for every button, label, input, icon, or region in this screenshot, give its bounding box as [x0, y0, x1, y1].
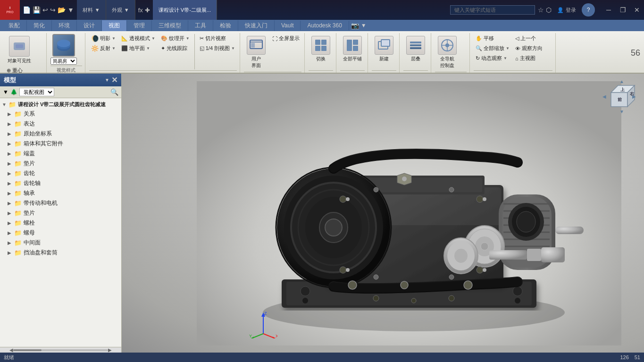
scroll-thumb[interactable]: [13, 349, 42, 351]
expand-gasket2-icon[interactable]: ▶: [8, 210, 14, 216]
expand-bearing-icon[interactable]: ▶: [8, 191, 14, 196]
tab-vault[interactable]: Vault: [275, 21, 301, 30]
texture-dropdown-icon[interactable]: ▼: [186, 36, 190, 41]
quarter-section-btn[interactable]: ◱ 1/4 剖视图 ▼: [198, 44, 237, 53]
restore-button[interactable]: ❐: [616, 3, 630, 17]
expand-expression-icon[interactable]: ▶: [8, 121, 14, 126]
new-window-btn[interactable]: 新建: [372, 34, 396, 64]
switch-btn[interactable]: 切换: [309, 34, 333, 64]
search-icon[interactable]: 🔍: [110, 88, 118, 96]
extra-dropdown[interactable]: ▼: [361, 22, 367, 29]
tree-item-gasket2[interactable]: ▶ 📁 垫片: [0, 208, 121, 218]
doc-tab-material[interactable]: 材料 ▼: [77, 0, 106, 20]
shadow-dropdown-icon[interactable]: ▼: [112, 36, 116, 41]
section-view-btn[interactable]: ✂ 切片视察: [198, 34, 237, 43]
quarter-section-dropdown-icon[interactable]: ▼: [231, 46, 235, 51]
star-icon[interactable]: ☆: [538, 6, 544, 14]
doc-tab-appearance[interactable]: 外观 ▼: [106, 0, 135, 20]
redo-icon[interactable]: ↪: [50, 6, 56, 14]
tab-autodesk360[interactable]: Autodesk 360: [301, 21, 349, 30]
expand-box-icon[interactable]: ▶: [8, 141, 14, 146]
tree-item-belt-motor[interactable]: ▶ 📁 带传动和电机: [0, 198, 121, 208]
add-doc-icon[interactable]: ✚: [145, 7, 150, 14]
tab-assemble[interactable]: 装配: [2, 20, 27, 31]
viewcube[interactable]: 前 上 右 ◀ ▶ ▲ ▼: [602, 78, 639, 116]
tree-item-origin[interactable]: ▶ 📁 原始坐标系: [0, 129, 121, 139]
reflect-dropdown-icon[interactable]: ▼: [112, 46, 116, 51]
sidebar-scrollbar[interactable]: ◀ ▶: [0, 347, 121, 353]
visibility-large-btn[interactable]: 对象可见性: [5, 34, 34, 66]
tab-design[interactable]: 设计: [77, 20, 102, 31]
doc-tab-main[interactable]: 课程设计 V带-二级展...: [153, 0, 217, 20]
expand-relations-icon[interactable]: ▶: [8, 111, 14, 117]
camera-icon[interactable]: 📷: [351, 22, 359, 29]
close-button[interactable]: ✕: [630, 3, 644, 17]
zoom-all-dropdown-icon[interactable]: ▼: [506, 46, 510, 51]
tree-item-box[interactable]: ▶ 📁 箱体和其它附件: [0, 139, 121, 149]
expand-belt-motor-icon[interactable]: ▶: [8, 201, 14, 206]
tab-manage[interactable]: 管理: [127, 20, 152, 31]
pan-btn[interactable]: ✋ 平移: [474, 34, 511, 43]
ground-btn[interactable]: ⬛ 地平面 ▼: [119, 44, 157, 53]
user-area[interactable]: 👤 登录: [554, 7, 579, 14]
login-label[interactable]: 登录: [566, 7, 576, 14]
visual-style-preview[interactable]: [52, 34, 75, 57]
tree-item-oil-seal[interactable]: ▶ 📁 挡油盘和套筒: [0, 248, 121, 258]
home-view-btn[interactable]: ⌂ 主视图: [513, 54, 544, 63]
full-nav-btn[interactable]: 全导航控制盘: [435, 34, 460, 71]
tree-item-nut[interactable]: ▶ 📁 螺母: [0, 228, 121, 238]
fx-icon[interactable]: fx: [138, 7, 143, 14]
raycast-btn[interactable]: ✦ 光线跟踪: [159, 44, 192, 53]
open-icon[interactable]: 📂: [58, 6, 66, 14]
expand-oil-seal-icon[interactable]: ▶: [8, 250, 14, 255]
tree-item-midplane[interactable]: ▶ 📁 中间面: [0, 238, 121, 248]
user-interface-btn[interactable]: 用户界面: [244, 34, 268, 71]
view-mode-select[interactable]: 装配视图: [19, 88, 54, 96]
tree-item-endcap[interactable]: ▶ 📁 端盖: [0, 149, 121, 159]
scroll-right-btn[interactable]: ▶: [108, 347, 112, 353]
layer-btn[interactable]: 层叠: [403, 34, 428, 64]
orbit-dropdown-icon[interactable]: ▼: [503, 56, 507, 60]
minimize-button[interactable]: ─: [602, 3, 616, 17]
tile-all-btn[interactable]: 全部平铺: [340, 34, 365, 64]
perspective-dropdown-icon[interactable]: ▼: [151, 36, 155, 41]
tree-item-bolt[interactable]: ▶ 📁 螺栓: [0, 218, 121, 228]
scroll-left-btn[interactable]: ◀: [9, 347, 13, 353]
filter-icon[interactable]: ▼: [3, 89, 8, 95]
expand-gasket-icon[interactable]: ▶: [8, 161, 14, 166]
orbit-btn[interactable]: ↻ 动态观察 ▼: [474, 54, 511, 63]
tab-environment[interactable]: 环境: [52, 20, 77, 31]
tree-item-root[interactable]: ▼ 📁 课程设计 V带二级展开式圆柱齿轮减速: [0, 100, 121, 109]
visual-style-select[interactable]: 简易房: [50, 58, 77, 65]
save-icon[interactable]: 💾: [33, 6, 41, 14]
expand-bolt-icon[interactable]: ▶: [8, 220, 14, 226]
zoom-all-btn[interactable]: 🔍 全部缩放 ▼: [474, 44, 511, 53]
expand-midplane-icon[interactable]: ▶: [8, 240, 14, 245]
tab-view[interactable]: 视图: [102, 20, 127, 31]
fullscreen-btn[interactable]: ⛶ 全屏显示: [270, 34, 301, 43]
doc-tab-dropdown-icon[interactable]: ▼: [95, 7, 100, 13]
tree-item-gasket[interactable]: ▶ 📁 垫片: [0, 159, 121, 168]
doc-tab-appearance-dropdown-icon[interactable]: ▼: [124, 7, 129, 13]
shadow-btn[interactable]: 🌘 明影 ▼: [89, 34, 117, 43]
expand-gear-shaft-icon[interactable]: ▶: [8, 181, 14, 186]
ribbon-extra-icon[interactable]: 56: [631, 48, 640, 58]
ground-dropdown-icon[interactable]: ▼: [146, 46, 150, 51]
tab-3d[interactable]: 三维模型: [152, 20, 188, 31]
perspective-btn[interactable]: 📐 透视模式 ▼: [119, 34, 157, 43]
texture-btn[interactable]: 🎨 纹理开 ▼: [159, 34, 192, 43]
new-file-icon[interactable]: 📄: [23, 6, 31, 14]
tree-item-gear-shaft[interactable]: ▶ 📁 齿轮轴: [0, 178, 121, 188]
more-icon[interactable]: ▼: [67, 6, 74, 14]
tree-item-gear[interactable]: ▶ 📁 齿轮: [0, 168, 121, 178]
sidebar-close-button[interactable]: ✕: [111, 76, 117, 84]
tree-item-relations[interactable]: ▶ 📁 关系: [0, 109, 121, 119]
tab-quickstart[interactable]: 快速入门: [238, 20, 275, 31]
tree-item-expression[interactable]: ▶ 📁 表达: [0, 119, 121, 129]
tab-inspect[interactable]: 检验: [213, 20, 238, 31]
expand-gear-icon[interactable]: ▶: [8, 171, 14, 176]
expand-origin-icon[interactable]: ▶: [8, 131, 14, 136]
help-button[interactable]: ?: [582, 3, 595, 17]
prev-view-btn[interactable]: ◁ 上一个: [513, 34, 544, 43]
sidebar-dropdown-icon[interactable]: ▼: [105, 77, 109, 83]
